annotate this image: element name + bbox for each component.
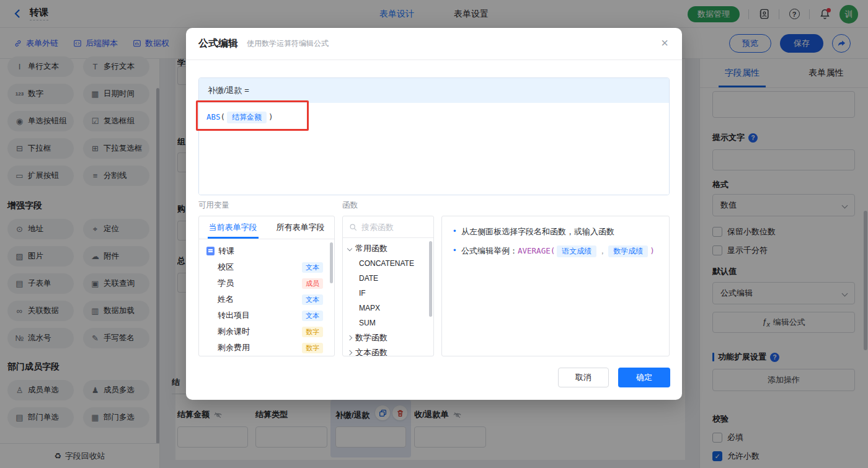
variables-scrollbar[interactable]	[330, 242, 333, 283]
help-line-2: 公式编辑举例：AVERAGE(语文成绩，数学成绩)	[453, 245, 659, 257]
function-item[interactable]: MAPX	[343, 301, 433, 316]
function-item[interactable]: CONCATENATE	[343, 256, 433, 271]
group-label: 数学函数	[355, 332, 388, 343]
function-item[interactable]: SUM	[343, 316, 433, 330]
group-label: 常用函数	[355, 243, 388, 254]
average-function: AVERAGE(	[518, 246, 555, 255]
chevron-right-icon	[347, 335, 352, 340]
type-badge: 文本	[302, 294, 323, 305]
variable-row[interactable]: 学员成员	[199, 275, 334, 291]
variable-name: 剩余课时	[218, 326, 250, 337]
variable-row[interactable]: 姓名文本	[199, 291, 334, 307]
variable-row[interactable]: 校区文本	[199, 259, 334, 275]
field-chip: 结算金额	[227, 112, 267, 123]
app-screen: 转课 表单设计 表单设置 数据管理 ? 训 表单外链	[0, 0, 868, 468]
chevron-right-icon	[347, 350, 352, 355]
variables-panel: 当前表单字段 所有表单字段 转课 校区文本 学员成员 姓名文本 转出项目文本 剩…	[198, 216, 335, 356]
tab-all-form-fields[interactable]: 所有表单字段	[267, 216, 334, 239]
variable-name: 学员	[218, 278, 234, 289]
formula-editor-modal: 公式编辑 使用数学运算符编辑公式 × 补缴/退款 = ABS(结算金额) 可用变…	[186, 28, 682, 400]
type-badge: 数字	[302, 327, 323, 337]
function-item[interactable]: DATE	[343, 271, 433, 286]
variable-name: 剩余费用	[218, 342, 250, 353]
formula-help-panel: 从左侧面板选择字段名和函数，或输入函数 公式编辑举例：AVERAGE(语文成绩，…	[441, 216, 670, 356]
variable-row[interactable]: 转出项目文本	[199, 307, 334, 324]
example-chip: 语文成绩	[557, 245, 596, 257]
functions-panel: 常用函数 CONCATENATE DATE IF MAPX SUM 数学函数 文…	[342, 216, 434, 356]
tree-root-form[interactable]: 转课	[199, 243, 334, 259]
help-line-1: 从左侧面板选择字段名和函数，或输入函数	[453, 226, 659, 237]
formula-target: 补缴/退款 =	[199, 78, 669, 103]
group-common-functions[interactable]: 常用函数	[343, 241, 433, 256]
variables-tabs: 当前表单字段 所有表单字段	[199, 216, 334, 239]
cancel-button[interactable]: 取消	[558, 368, 609, 387]
group-math-functions[interactable]: 数学函数	[343, 330, 433, 345]
tab-current-form-fields[interactable]: 当前表单字段	[199, 216, 267, 239]
variable-name: 校区	[218, 262, 234, 273]
example-comma: ，	[598, 246, 606, 255]
modal-subtitle: 使用数学运算符编辑公式	[247, 38, 329, 49]
form-doc-icon	[206, 247, 215, 255]
group-label: 文本函数	[355, 347, 388, 356]
variable-name: 转出项目	[218, 310, 250, 321]
functions-scrollbar[interactable]	[429, 241, 432, 317]
functions-label: 函数	[342, 200, 358, 211]
variable-row[interactable]: 剩余费用数字	[199, 340, 334, 356]
formula-input-area[interactable]: ABS(结算金额)	[199, 103, 669, 195]
tree-root-label: 转课	[218, 245, 234, 257]
paren-close: )	[268, 112, 273, 121]
function-item[interactable]: IF	[343, 286, 433, 301]
modal-header: 公式编辑 使用数学运算符编辑公式 ×	[186, 28, 682, 60]
example-paren-close: )	[650, 246, 655, 255]
function-tree: 常用函数 CONCATENATE DATE IF MAPX SUM 数学函数 文…	[343, 238, 433, 356]
formula-editor: 补缴/退款 = ABS(结算金额)	[198, 77, 670, 195]
type-badge: 文本	[302, 262, 323, 273]
type-badge: 文本	[302, 311, 323, 321]
variables-label: 可用变量	[198, 200, 229, 211]
function-search	[343, 216, 433, 238]
chevron-down-icon	[347, 246, 352, 251]
paren-open: (	[221, 112, 226, 121]
confirm-button[interactable]: 确定	[618, 368, 670, 387]
formula-function: ABS	[206, 112, 221, 121]
search-icon	[349, 223, 357, 231]
type-badge: 数字	[302, 343, 323, 353]
variable-name: 姓名	[218, 294, 234, 305]
help-example-prefix: 公式编辑举例：	[461, 246, 518, 255]
type-badge: 成员	[302, 278, 323, 289]
close-icon[interactable]: ×	[661, 37, 668, 49]
example-chip: 数学成绩	[608, 245, 648, 257]
variable-row[interactable]: 剩余课时数字	[199, 324, 334, 340]
variables-tree: 转课 校区文本 学员成员 姓名文本 转出项目文本 剩余课时数字 剩余费用数字	[199, 239, 334, 356]
function-search-input[interactable]	[361, 223, 423, 232]
modal-title: 公式编辑	[198, 37, 238, 50]
group-text-functions[interactable]: 文本函数	[343, 345, 433, 356]
